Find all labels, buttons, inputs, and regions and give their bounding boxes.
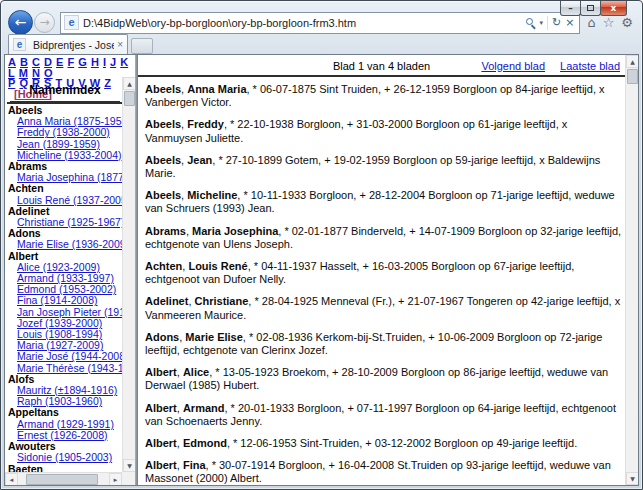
person-link[interactable]: Maria Josephina (1877-1909): [17, 171, 122, 183]
person-link[interactable]: Maria (1927-2009): [17, 339, 103, 351]
person-link[interactable]: Micheline (1933-2004): [17, 149, 121, 161]
main-scrollbar-thumb[interactable]: [627, 69, 638, 84]
favorites-star-icon[interactable]: ☆: [603, 15, 615, 30]
person-link[interactable]: Mauritz (±1894-1916): [17, 384, 117, 396]
alpha-link-f[interactable]: F: [67, 56, 74, 68]
person-link[interactable]: Alice (1923-2009): [17, 261, 100, 273]
entry-given-name: Marie Elise: [185, 331, 242, 343]
nav-link-volgend-blad[interactable]: Volgend blad: [481, 60, 545, 72]
person-link[interactable]: Marie José (1944-2008): [17, 350, 122, 362]
person-link[interactable]: Armand (1933-1997): [17, 272, 114, 284]
entry-surname: Albert: [145, 402, 177, 414]
tab-close-icon[interactable]: ×: [117, 39, 123, 50]
alpha-link-e[interactable]: E: [56, 56, 63, 68]
entry-given-name: Alice: [183, 366, 209, 378]
entry-given-name: Jean: [187, 154, 212, 166]
entry-surname: Abeels: [145, 154, 181, 166]
entry-surname: Abeels: [145, 118, 181, 130]
entry-surname: Albert: [145, 437, 177, 449]
alphabet-row-1: A B C D E F G H I J K L M N O: [8, 57, 133, 78]
scroll-down-icon[interactable]: ▼: [123, 459, 135, 472]
refresh-icon[interactable]: ↻: [552, 17, 561, 28]
sidebar-scrollbar-thumb[interactable]: [124, 91, 135, 106]
obituary-entry: Abeels, Jean, * 27-10-1899 Gotem, + 19-0…: [145, 154, 623, 180]
entry-surname: Albert: [145, 459, 177, 471]
search-icon[interactable]: [526, 18, 535, 27]
sidebar-frame: A B C D E F G H I J K L M N O P Q R S T …: [5, 55, 135, 485]
entry-surname: Adons: [145, 331, 179, 343]
person-link[interactable]: Marie Thérèse (1943-1977): [17, 362, 122, 374]
back-button[interactable]: ←: [8, 10, 33, 35]
address-bar[interactable]: e D:\4BidpWeb\ory-bp-borgloon\ory-bp-bor…: [60, 12, 580, 34]
entry-given-name: Freddy: [187, 118, 224, 130]
alpha-link-i[interactable]: I: [103, 56, 106, 68]
entry-given-name: Christiane: [195, 295, 249, 307]
person-link[interactable]: Sidonie (1905-2003): [17, 451, 112, 463]
tools-gear-icon[interactable]: ⚙: [621, 15, 633, 30]
person-link[interactable]: Raph (1903-1960): [17, 395, 102, 407]
entry-surname: Adelinet: [145, 295, 188, 307]
obituary-entry: Albert, Fina, * 30-07-1914 Borgloon, + 1…: [145, 459, 623, 485]
person-link[interactable]: Jozef (1939-2000): [17, 317, 102, 329]
forward-icon: →: [39, 15, 49, 29]
obituary-entry: Albert, Alice, * 13-05-1923 Broekom, + 2…: [145, 366, 623, 392]
entry-given-name: Louis René: [188, 260, 247, 272]
obituary-entry: Albert, Armand, * 20-01-1933 Borgloon, +…: [145, 402, 623, 428]
minimize-button[interactable]: –: [560, 1, 581, 16]
sidebar-horizontal-scrollbar[interactable]: ◄ ►: [5, 472, 122, 485]
scroll-up-icon[interactable]: ▲: [626, 55, 638, 68]
obituary-entry: Abrams, Maria Josephina, * 02-01-1877 Bi…: [145, 225, 623, 251]
entry-given-name: Micheline: [187, 189, 237, 201]
person-link[interactable]: Fina (1914-2008): [17, 294, 98, 306]
close-button[interactable]: x: [600, 1, 627, 16]
alpha-link-g[interactable]: G: [78, 56, 87, 68]
stop-icon[interactable]: ×: [565, 17, 574, 28]
entry-given-name: Maria Josephina: [192, 225, 278, 237]
home-icon[interactable]: ⌂: [587, 15, 595, 30]
browser-toolbar: ← → e D:\4BidpWeb\ory-bp-borgloon\ory-bp…: [8, 10, 635, 35]
person-link[interactable]: Jan Joseph Pieter (1911-1969): [17, 306, 122, 318]
new-tab-button[interactable]: [131, 38, 153, 54]
window-caption-buttons: – x: [561, 1, 627, 16]
obituary-entry: Adons, Marie Elise, * 02-08-1936 Kerkom-…: [145, 331, 623, 357]
main-vertical-scrollbar[interactable]: ▲ ▼: [625, 55, 638, 485]
person-item: Marie Elise (1936-2009): [8, 239, 122, 250]
back-icon: ←: [15, 14, 27, 30]
person-link[interactable]: Jean (1899-1959): [17, 138, 100, 150]
person-link[interactable]: Louis (1908-1994): [17, 328, 102, 340]
tab-favicon: e: [13, 38, 26, 51]
scroll-left-icon[interactable]: ◄: [5, 473, 18, 485]
obituary-entry: Albert, Edmond, * 12-06-1953 Sint-Truide…: [145, 437, 623, 450]
person-link[interactable]: Louis René (1937-2005): [17, 194, 122, 206]
scroll-right-icon[interactable]: ►: [109, 473, 122, 485]
forward-button[interactable]: →: [34, 12, 55, 33]
person-link[interactable]: Armand (1929-1991): [17, 418, 114, 430]
person-link[interactable]: Marie Elise (1936-2009): [17, 238, 122, 250]
entry-given-name: Fina: [183, 459, 206, 471]
scroll-up-icon[interactable]: ▲: [123, 77, 135, 90]
person-link[interactable]: Ernest (1926-2008): [17, 429, 107, 441]
page-nav-links: Volgend bladLaatste blad: [481, 60, 620, 72]
minimize-icon: –: [568, 4, 573, 13]
search-dropdown-icon[interactable]: ▾: [539, 19, 543, 27]
person-link[interactable]: Freddy (1938-2000): [17, 126, 110, 138]
main-header-rule: [138, 75, 636, 77]
scroll-down-icon[interactable]: ▼: [626, 472, 638, 485]
person-link[interactable]: Anna Maria (1875-1959): [17, 115, 122, 127]
entry-surname: Achten: [145, 260, 182, 272]
nav-link-laatste-blad[interactable]: Laatste blad: [560, 60, 620, 72]
scrollbar-corner: [122, 472, 135, 485]
obituary-entry: Adelinet, Christiane, * 28-04-1925 Menne…: [145, 295, 623, 321]
person-link[interactable]: Edmond (1953-2002): [17, 283, 116, 295]
alpha-link-k[interactable]: K: [120, 56, 128, 68]
alpha-link-h[interactable]: H: [91, 56, 99, 68]
address-bar-divider: [547, 16, 548, 30]
sidebar-vertical-scrollbar[interactable]: ▲ ▼: [122, 77, 135, 472]
maximize-button[interactable]: [580, 1, 601, 16]
tab-bar: e Bidprentjes - Joseph Ory, B... ×: [8, 34, 153, 54]
sidebar-hscrollbar-thumb[interactable]: [26, 474, 98, 485]
tab-bidprentjes[interactable]: e Bidprentjes - Joseph Ory, B... ×: [8, 34, 128, 54]
url-text[interactable]: D:\4BidpWeb\ory-bp-borgloon\ory-bp-borgl…: [83, 17, 526, 29]
alpha-link-j[interactable]: J: [110, 56, 116, 68]
person-link[interactable]: Christiane (1925-1967): [17, 216, 122, 228]
